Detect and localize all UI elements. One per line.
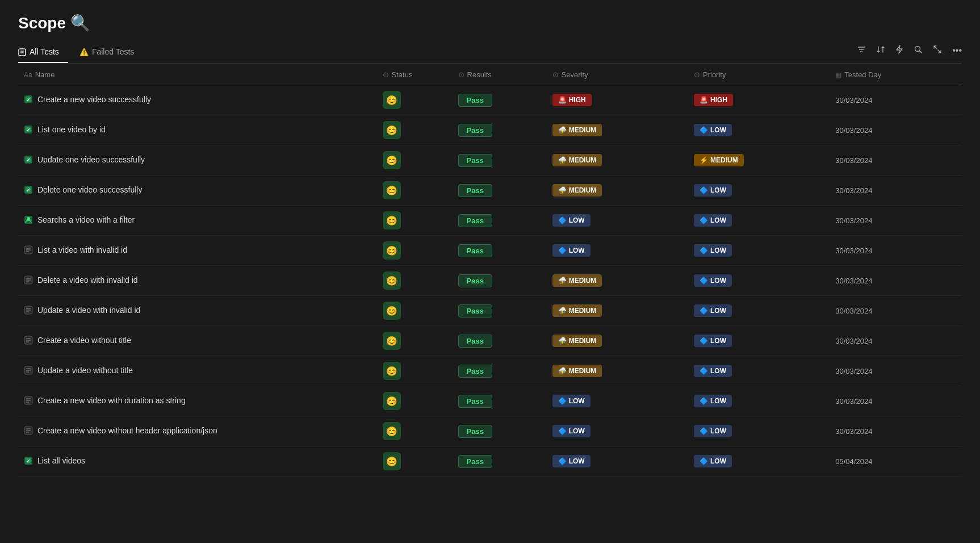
- toolbar-right: •••: [857, 45, 962, 61]
- table-row[interactable]: Searchs a video with a filter 😊 Pass 🔷 L…: [18, 206, 962, 236]
- table-row[interactable]: ✓ Create a new video successfully 😊 Pass…: [18, 85, 962, 115]
- tab-failed-tests[interactable]: ⚠️ Failed Tests: [79, 43, 143, 63]
- status-badge-11: 😊: [383, 422, 401, 440]
- col-priority-icon: ⊙: [694, 70, 700, 79]
- table-container: Aa Name ⊙ Status ⊙ Results: [18, 64, 962, 477]
- tabs-container: All Tests ⚠️ Failed Tests: [18, 43, 154, 63]
- col-results-label: Results: [467, 70, 492, 79]
- col-severity-label: Severity: [562, 70, 588, 79]
- row-name-3: Delete one video successfully: [37, 185, 142, 196]
- status-badge-8: 😊: [383, 332, 401, 350]
- priority-text-12: LOW: [710, 457, 726, 465]
- status-badge-10: 😊: [383, 392, 401, 410]
- table-row[interactable]: Update a video with invalid id 😊 Pass ⛈️…: [18, 296, 962, 326]
- severity-icon-4: 🔷: [558, 216, 567, 224]
- svg-text:✓: ✓: [26, 187, 31, 193]
- priority-text-3: LOW: [710, 186, 726, 194]
- status-badge-3: 😊: [383, 181, 401, 199]
- priority-icon-5: 🔷: [700, 247, 708, 254]
- row-icon-4: [24, 215, 33, 226]
- row-name-7: Update a video with invalid id: [37, 305, 140, 316]
- results-cell-3: Pass: [453, 176, 547, 206]
- table-row[interactable]: Create a new video without header applic…: [18, 416, 962, 446]
- severity-badge-9: ⛈️ MEDIUM: [552, 365, 602, 377]
- severity-text-1: MEDIUM: [569, 126, 597, 134]
- priority-text-5: LOW: [710, 247, 726, 254]
- tab-all-tests-label: All Tests: [30, 47, 59, 56]
- row-icon-0: ✓: [24, 95, 33, 106]
- result-badge-9: Pass: [458, 365, 492, 378]
- results-cell-12: Pass: [453, 446, 547, 477]
- col-name-prefix: Aa: [24, 71, 32, 79]
- severity-text-9: MEDIUM: [569, 367, 597, 375]
- status-cell-5: 😊: [377, 236, 453, 266]
- severity-text-3: MEDIUM: [569, 186, 597, 194]
- name-cell-11: Create a new video without header applic…: [18, 416, 377, 446]
- row-name-2: Update one video successfully: [37, 154, 145, 166]
- severity-icon-2: ⛈️: [558, 156, 567, 164]
- date-cell-0: 30/03/2024: [830, 85, 962, 115]
- result-badge-3: Pass: [458, 184, 492, 197]
- table-row[interactable]: Update a video without title 😊 Pass ⛈️ M…: [18, 356, 962, 386]
- col-severity-icon: ⊙: [552, 70, 559, 79]
- search-icon: 🔍: [70, 14, 90, 32]
- more-icon[interactable]: •••: [952, 45, 962, 56]
- row-icon-11: [24, 426, 33, 437]
- row-name-4: Searchs a video with a filter: [37, 215, 135, 226]
- sort-icon[interactable]: [876, 45, 885, 56]
- name-cell-2: ✓ Update one video successfully: [18, 145, 377, 176]
- priority-cell-6: 🔷 LOW: [688, 266, 830, 296]
- name-cell-5: List a video with invalid id: [18, 236, 377, 266]
- tab-all-tests-icon: [18, 47, 26, 56]
- status-badge-9: 😊: [383, 362, 401, 380]
- severity-cell-2: ⛈️ MEDIUM: [547, 145, 688, 176]
- priority-cell-4: 🔷 LOW: [688, 206, 830, 236]
- row-icon-2: ✓: [24, 155, 33, 166]
- severity-text-2: MEDIUM: [569, 156, 597, 164]
- priority-badge-8: 🔷 LOW: [694, 335, 732, 347]
- col-header-priority: ⊙ Priority: [688, 64, 830, 85]
- row-icon-7: [24, 306, 33, 316]
- row-name-9: Update a video without title: [37, 365, 133, 377]
- severity-badge-6: ⛈️ MEDIUM: [552, 274, 602, 287]
- table-row[interactable]: ✓ Update one video successfully 😊 Pass ⛈…: [18, 145, 962, 176]
- severity-badge-3: ⛈️ MEDIUM: [552, 184, 602, 197]
- name-cell-6: Delete a video with invalid id: [18, 266, 377, 296]
- tab-failed-tests-label: Failed Tests: [92, 47, 134, 56]
- row-name-6: Delete a video with invalid id: [37, 275, 138, 286]
- severity-icon-6: ⛈️: [558, 277, 567, 285]
- table-row[interactable]: Create a video without title 😊 Pass ⛈️ M…: [18, 326, 962, 356]
- row-icon-10: [24, 396, 33, 407]
- priority-cell-3: 🔷 LOW: [688, 176, 830, 206]
- status-cell-3: 😊: [377, 176, 453, 206]
- table-row[interactable]: Delete a video with invalid id 😊 Pass ⛈️…: [18, 266, 962, 296]
- severity-cell-5: 🔷 LOW: [547, 236, 688, 266]
- name-cell-10: Create a new video with duration as stri…: [18, 386, 377, 416]
- table-row[interactable]: List a video with invalid id 😊 Pass 🔷 LO…: [18, 236, 962, 266]
- priority-text-6: LOW: [710, 277, 726, 285]
- table-row[interactable]: ✓ List all videos 😊 Pass 🔷 LOW 🔷 LOW 05/…: [18, 446, 962, 477]
- search-toolbar-icon[interactable]: [914, 45, 923, 56]
- filter-icon[interactable]: [857, 45, 866, 56]
- expand-icon[interactable]: [933, 45, 942, 56]
- col-status-icon: ⊙: [383, 70, 389, 79]
- table-row[interactable]: ✓ Delete one video successfully 😊 Pass ⛈…: [18, 176, 962, 206]
- priority-badge-10: 🔷 LOW: [694, 395, 732, 407]
- row-icon-9: [24, 366, 33, 377]
- col-header-name: Aa Name: [18, 64, 377, 85]
- status-badge-4: 😊: [383, 211, 401, 229]
- tab-failed-tests-icon: ⚠️: [79, 48, 89, 56]
- table-row[interactable]: Create a new video with duration as stri…: [18, 386, 962, 416]
- severity-cell-0: 🚨 HIGH: [547, 85, 688, 115]
- severity-badge-12: 🔷 LOW: [552, 455, 590, 467]
- priority-cell-2: ⚡ MEDIUM: [688, 145, 830, 176]
- severity-cell-6: ⛈️ MEDIUM: [547, 266, 688, 296]
- row-icon-6: [24, 275, 33, 286]
- lightning-icon[interactable]: [895, 45, 903, 56]
- svg-line-7: [920, 51, 922, 53]
- priority-cell-0: 🚨 HIGH: [688, 85, 830, 115]
- priority-badge-0: 🚨 HIGH: [694, 94, 733, 106]
- table-row[interactable]: ✓ List one video by id 😊 Pass ⛈️ MEDIUM …: [18, 115, 962, 145]
- tab-all-tests[interactable]: All Tests: [18, 43, 68, 63]
- priority-text-1: LOW: [710, 126, 726, 134]
